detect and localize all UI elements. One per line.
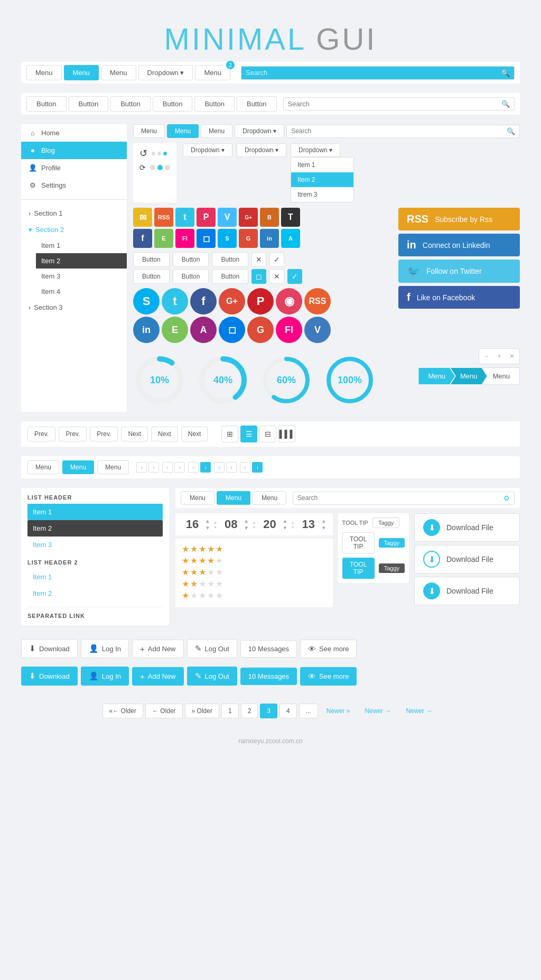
mini-search[interactable]: 🔍 xyxy=(286,125,520,138)
minus-btn[interactable]: − xyxy=(481,351,492,362)
tab-3-2[interactable]: Menu xyxy=(217,491,250,505)
time-up-4[interactable]: ▲ xyxy=(321,518,327,524)
ui-btn-2[interactable]: Button xyxy=(173,252,209,267)
social-dropbox-sm[interactable]: ◻ xyxy=(197,229,216,248)
action-download-2[interactable]: ⬇ Download xyxy=(21,667,78,686)
tooltip-btn-3[interactable]: TOOL TIP xyxy=(342,558,375,579)
star-2-2[interactable]: ★ xyxy=(190,579,198,589)
car-next-2[interactable]: › xyxy=(174,462,185,473)
big-apple[interactable]: A xyxy=(190,317,217,343)
nav-search-box-2[interactable]: 🔍 xyxy=(283,97,515,110)
follow-twitter-btn[interactable]: 🐦 Follow on Twitter xyxy=(398,260,520,283)
list-item-2[interactable]: Item 2 xyxy=(27,520,163,537)
mini-nav-2[interactable]: Menu xyxy=(167,124,199,138)
action-messages-2[interactable]: 10 Messages xyxy=(240,668,297,685)
social-vimeo-sm[interactable]: V xyxy=(218,208,237,227)
time-up-2[interactable]: ▲ xyxy=(244,518,249,524)
car-prev-5[interactable]: ‹ xyxy=(240,462,250,473)
subscribe-rss-btn[interactable]: RSS Subscribe by Rss xyxy=(398,208,520,230)
mini-search-input[interactable] xyxy=(291,127,507,135)
arrow-btn-1[interactable]: Menu xyxy=(418,368,455,384)
dropdown-item-1[interactable]: Item 1 xyxy=(291,158,353,172)
star-3-1-empty[interactable]: ★ xyxy=(199,590,206,600)
close-btn[interactable]: ✕ xyxy=(507,351,517,362)
ui-btn-6[interactable]: Button xyxy=(212,269,248,284)
view-table[interactable]: ▌▌▌ xyxy=(278,426,295,442)
sidebar-item-home[interactable]: ⌂ Home xyxy=(21,124,127,142)
pag-dots[interactable]: ... xyxy=(299,704,318,718)
btn-gray-2[interactable]: Button xyxy=(69,96,109,112)
star-1-5[interactable]: ★ xyxy=(182,544,189,554)
nav-c-3[interactable]: Menu xyxy=(97,460,129,474)
action-logout-1[interactable]: ✎ Log Out xyxy=(187,639,237,658)
btn-check-blue[interactable]: ◻ xyxy=(251,269,266,284)
sidebar-item-profile[interactable]: 👤 Profile xyxy=(21,159,127,177)
toggle-icon-1[interactable]: ↺ xyxy=(139,147,147,159)
car-prev-4[interactable]: ‹ xyxy=(214,462,225,473)
list-item-4[interactable]: Item 1 xyxy=(27,569,163,585)
action-download-1[interactable]: ⬇ Download xyxy=(21,639,78,658)
dot-6[interactable] xyxy=(165,165,170,170)
ui-btn-4[interactable]: Button xyxy=(133,269,170,284)
sidebar-item-s2-item1[interactable]: Item 1 xyxy=(36,238,127,253)
star-1-3[interactable]: ★ xyxy=(182,567,189,577)
btn-check-2[interactable]: ✓ xyxy=(287,269,302,284)
star-3-3[interactable]: ★ xyxy=(199,567,206,577)
big-facebook[interactable]: f xyxy=(190,288,217,315)
big-pinterest[interactable]: P xyxy=(247,288,274,315)
time-down-4[interactable]: ▼ xyxy=(321,525,327,531)
sidebar-item-s2-item2[interactable]: Item 2 xyxy=(36,253,127,269)
star-2-1-empty[interactable]: ★ xyxy=(190,590,198,600)
time-down-1[interactable]: ▼ xyxy=(205,525,210,531)
dropdown-btn-2[interactable]: Dropdown ▾ xyxy=(237,143,286,157)
social-blogger-sm[interactable]: B xyxy=(260,208,279,227)
tab-search[interactable]: ⚙ xyxy=(293,492,515,505)
star-2-5[interactable]: ★ xyxy=(190,544,198,554)
nav-dropdown-1[interactable]: Dropdown ▾ xyxy=(138,65,193,80)
pag-page-2[interactable]: 2 xyxy=(241,704,258,718)
list-item-1[interactable]: Item 1 xyxy=(27,504,163,520)
next-btn-3[interactable]: Next xyxy=(181,427,208,441)
pag-older-3[interactable]: » Older xyxy=(185,704,219,718)
car-next-4[interactable]: › xyxy=(226,462,237,473)
star-5-5[interactable]: ★ xyxy=(216,544,223,554)
dropdown-item-3[interactable]: Itrem 3 xyxy=(291,187,353,202)
prev-btn-2[interactable]: Prev. xyxy=(59,427,87,441)
tooltip-btn-2[interactable]: TOOL TIP xyxy=(342,532,375,553)
connect-linkedin-btn[interactable]: in Connect on Linkedin xyxy=(398,234,520,256)
big-evernote[interactable]: E xyxy=(162,317,188,343)
mini-nav-1[interactable]: Menu xyxy=(133,124,165,138)
action-seemore-1[interactable]: 👁 See more xyxy=(300,640,357,658)
big-linkedin[interactable]: in xyxy=(133,317,160,343)
btn-gray-6[interactable]: Button xyxy=(237,96,277,112)
car-prev-3[interactable]: ‹ xyxy=(188,462,199,473)
ui-btn-5[interactable]: Button xyxy=(173,269,209,284)
time-down-2[interactable]: ▼ xyxy=(244,525,249,531)
social-evernote-sm[interactable]: E xyxy=(154,229,173,248)
star-2-4[interactable]: ★ xyxy=(190,556,198,566)
nav-c-1[interactable]: Menu xyxy=(27,460,59,474)
star-3-4[interactable]: ★ xyxy=(199,556,206,566)
dropdown-item-2[interactable]: Item 2 xyxy=(291,172,353,187)
pag-page-4[interactable]: 4 xyxy=(279,704,297,718)
download-btn-2[interactable]: ⬇ Download File xyxy=(414,545,520,574)
social-rss[interactable]: RSS xyxy=(154,208,173,227)
sidebar-item-blog[interactable]: ● Blog xyxy=(21,142,127,159)
list-item-3[interactable]: Item 3 xyxy=(27,537,163,553)
star-3-2-empty[interactable]: ★ xyxy=(199,579,206,589)
pag-older-1[interactable]: «← Older xyxy=(102,704,143,718)
dot-5[interactable] xyxy=(157,165,163,170)
download-btn-1[interactable]: ⬇ Download File xyxy=(414,513,520,542)
time-up-3[interactable]: ▲ xyxy=(282,518,287,524)
car-next-1[interactable]: › xyxy=(148,462,159,473)
ui-btn-1[interactable]: Button xyxy=(133,252,170,267)
star-4-4[interactable]: ★ xyxy=(207,556,214,566)
star-1-2[interactable]: ★ xyxy=(182,579,189,589)
action-logout-2[interactable]: ✎ Log Out xyxy=(187,667,237,686)
btn-gray-3[interactable]: Button xyxy=(110,96,151,112)
btn-gray-1[interactable]: Button xyxy=(26,96,67,112)
action-login-1[interactable]: 👤 Log In xyxy=(81,639,129,658)
pag-page-3[interactable]: 3 xyxy=(260,704,277,718)
time-arrows-3[interactable]: ▲ ▼ xyxy=(282,518,287,531)
social-google-sm[interactable]: G xyxy=(239,229,258,248)
